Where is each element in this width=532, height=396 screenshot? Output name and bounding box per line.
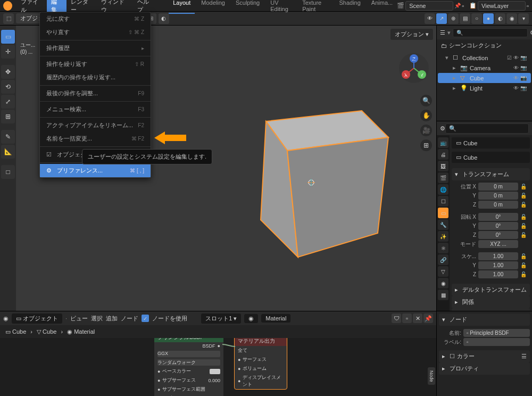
visibility-icon[interactable]: 👁 [425, 13, 435, 24]
panel-transform-header[interactable]: ▾ トランスフォーム [452, 168, 530, 180]
tool-rotate[interactable]: ⟲ [1, 80, 15, 94]
material-name[interactable]: Material [261, 314, 290, 323]
tab-sculpting[interactable]: Sculpting [231, 0, 264, 14]
breadcrumb-material[interactable]: ◉ Material [67, 328, 95, 335]
loc-x[interactable]: 0 m [478, 183, 518, 191]
tool-add-cube[interactable]: □ [1, 165, 15, 179]
rot-z[interactable]: 0° [478, 231, 518, 239]
eye-icon[interactable]: 👁 [513, 65, 519, 71]
scene-name-input[interactable] [405, 1, 453, 11]
node-panel-header[interactable]: ▾ノード [439, 314, 530, 326]
new-material-icon[interactable]: ▫ [402, 314, 412, 323]
nav-gizmo[interactable]: X Y Z [398, 52, 430, 84]
new-viewlayer-icon[interactable]: ▫ [527, 3, 529, 9]
rot-y[interactable]: 0° [478, 222, 518, 230]
node-color-panel[interactable]: ▸☐ カラー☰ [439, 350, 530, 362]
menu-redo[interactable]: やり直す⇧ ⌘ Z [40, 26, 151, 39]
gizmo-toggle-icon[interactable]: ↗ [436, 13, 447, 24]
eye-icon[interactable]: 👁 [513, 55, 519, 61]
disclosure-icon[interactable]: ▸ [453, 75, 458, 81]
shading-wire-icon[interactable]: ○ [471, 13, 482, 24]
tab-scene[interactable]: 🎬 [438, 172, 448, 183]
lock-icon[interactable]: 🔓 [520, 232, 528, 238]
tab-material[interactable]: ◉ [438, 278, 448, 288]
perspective-icon[interactable]: ⊞ [420, 139, 432, 151]
tool-scale[interactable]: ⤢ [1, 95, 15, 109]
tool-measure[interactable]: 📐 [1, 145, 15, 159]
loc-z[interactable]: 0 m [478, 201, 518, 209]
render-icon[interactable]: 📷 [520, 85, 527, 91]
node-menu-view[interactable]: ビュー [70, 315, 88, 323]
viewport-options-button[interactable]: オプション ▾ [390, 29, 433, 40]
outliner-editor-icon[interactable]: ☰ [440, 29, 445, 36]
eye-icon[interactable]: 👁 [513, 85, 519, 91]
node-label-field[interactable]: ▫ [463, 338, 530, 346]
tab-collection[interactable]: ☐ [438, 196, 448, 207]
node-sidebar-tab[interactable]: Node [428, 367, 435, 385]
lock-icon[interactable]: 🔓 [520, 214, 528, 220]
shading-matpreview-icon[interactable]: ◐ [495, 13, 505, 24]
bsdf-node[interactable]: プリンシプルBSDF BSDF ● GGX ランダムウォーク ● ベースカラー … [154, 338, 223, 396]
tab-texture[interactable]: ▦ [438, 290, 448, 300]
outliner-scene-collection[interactable]: 🗀 シーンコレクション [437, 39, 532, 52]
eye-icon[interactable]: 👁 [513, 75, 519, 81]
rotation-mode[interactable]: XYZ ... [478, 240, 518, 248]
breadcrumb-cube[interactable]: ▭ Cube [5, 328, 26, 335]
menu-repeat-history[interactable]: 履歴内の操作を繰り返す... [40, 71, 151, 84]
xray-icon[interactable]: ▤ [460, 13, 470, 24]
fake-user-icon[interactable]: 🛡 [392, 314, 401, 323]
outliner-collection[interactable]: ▾ ☐ Collection ☑👁📷 [438, 53, 531, 63]
tab-layout[interactable]: Layout [169, 0, 195, 14]
node-editor-type-icon[interactable]: ◉ [3, 315, 9, 322]
zoom-icon[interactable]: 🔍 [420, 95, 432, 106]
output-node[interactable]: マテリアル出力 全て ● サーフェス ● ボリューム ● ディスプレイスメント [234, 338, 287, 390]
lock-icon[interactable]: 🔓 [520, 253, 528, 259]
object-data-field[interactable]: ▭ Cube [452, 152, 530, 163]
checkbox-icon[interactable]: ☑ [507, 55, 512, 61]
menu-rename-active[interactable]: アクティブアイテムをリネーム...F2 [40, 119, 151, 132]
tab-data[interactable]: ▽ [438, 266, 448, 277]
outliner-cube[interactable]: ▸ ▽ Cube 👁📷 [438, 73, 531, 83]
node-menu-node[interactable]: ノード [121, 315, 138, 323]
new-scene-icon[interactable]: ▫ [462, 3, 464, 9]
unlink-icon[interactable]: ✕ [413, 314, 422, 323]
node-canvas[interactable]: プリンシプルBSDF BSDF ● GGX ランダムウォーク ● ベースカラー … [0, 338, 436, 396]
node-name-field[interactable]: ▫ Principled BSDF [463, 329, 530, 337]
properties-editor-icon[interactable]: ⚙ [440, 125, 445, 132]
node-menu-select[interactable]: 選択 [91, 315, 103, 323]
proportional-icon[interactable]: ◐ [159, 13, 169, 24]
render-icon[interactable]: 📷 [520, 55, 527, 61]
tab-physics[interactable]: ⚛ [438, 243, 448, 253]
menu-repeat[interactable]: 操作を繰り返す⇧ R [40, 57, 151, 71]
render-icon[interactable]: 📷 [520, 65, 527, 71]
render-icon[interactable]: 📷 [520, 75, 527, 81]
scale-z[interactable]: 1.00 [478, 270, 518, 278]
tool-move[interactable]: ✥ [1, 65, 15, 79]
tab-world[interactable]: 🌐 [438, 184, 448, 195]
tab-output[interactable]: 🖨 [438, 149, 448, 160]
rot-x[interactable]: 0° [478, 213, 518, 221]
menu-undo[interactable]: 元に戻す⌘ Z [40, 12, 151, 26]
outliner-search[interactable] [453, 28, 528, 37]
slot-dropdown[interactable]: スロット1 ▾ [201, 314, 241, 324]
outliner-filter-icon[interactable]: ⚙ [530, 29, 532, 36]
editor-type-icon[interactable]: ⬚ [3, 13, 14, 24]
shading-solid-icon[interactable]: ● [483, 13, 494, 24]
node-property-panel[interactable]: ▸プロパティ [439, 362, 530, 375]
lock-icon[interactable]: 🔓 [520, 262, 528, 268]
menu-adjust-last[interactable]: 最後の操作を調整...F9 [40, 87, 151, 100]
tool-cursor[interactable]: ✛ [1, 45, 15, 59]
tab-modeling[interactable]: Modeling [197, 0, 229, 14]
disclosure-icon[interactable]: ▾ [445, 54, 451, 61]
tool-annotate[interactable]: ✎ [1, 130, 15, 144]
lock-icon[interactable]: 🔓 [520, 223, 528, 229]
lock-icon[interactable]: 🔓 [520, 184, 528, 189]
browse-scene-icon[interactable]: 🎬 [397, 2, 404, 9]
object-name-field[interactable]: ▭ Cube [452, 137, 530, 148]
browse-viewlayer-icon[interactable]: 📋 [469, 2, 477, 9]
tab-shading[interactable]: Shading [335, 0, 364, 14]
tab-render[interactable]: 📺 [438, 137, 448, 148]
tab-modifiers[interactable]: 🔧 [438, 219, 448, 230]
menu-preferences[interactable]: ⚙プリファレンス...⌘ [ , ] [40, 164, 151, 177]
node-mode-dropdown[interactable]: ▭ オブジェクト [12, 314, 62, 324]
